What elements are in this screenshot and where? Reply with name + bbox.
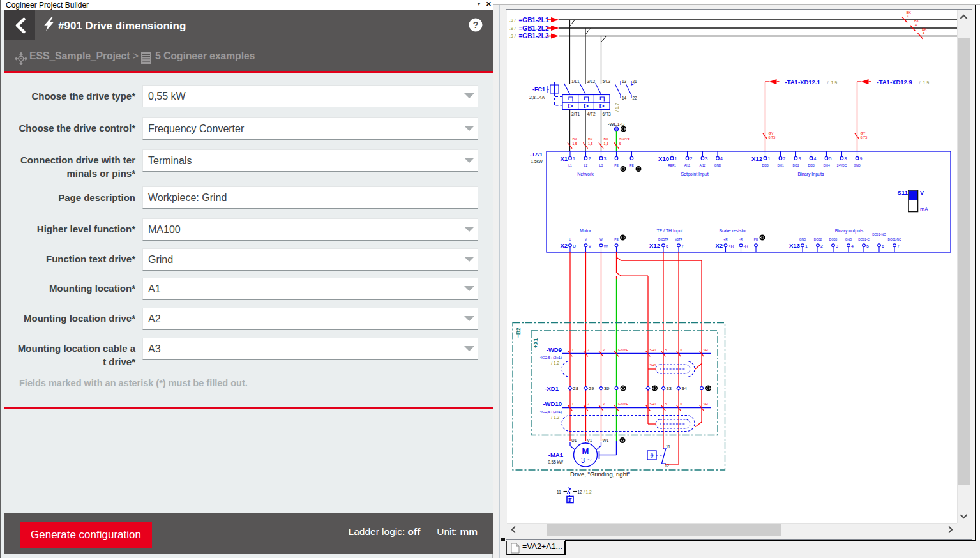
svg-text:1: 1	[572, 348, 574, 352]
svg-text:1: 1	[768, 156, 771, 161]
svg-text:8: 8	[845, 156, 847, 161]
svg-text:X12: X12	[649, 242, 660, 249]
svg-text:0,55 kW: 0,55 kW	[548, 460, 564, 464]
svg-text:6: 6	[681, 402, 682, 406]
svg-text:0,75: 0,75	[861, 135, 868, 139]
svg-text:BK: BK	[573, 137, 578, 141]
svg-text:U: U	[569, 238, 571, 241]
svg-text:4: 4	[814, 156, 817, 161]
svg-text:Drive, "Grinding, right": Drive, "Grinding, right"	[570, 471, 630, 478]
svg-text:AI12: AI12	[700, 164, 706, 167]
svg-text:6: 6	[619, 142, 621, 146]
svg-text:1.9: 1.9	[923, 80, 930, 85]
svg-text:1: 1	[675, 156, 677, 161]
svg-text:I>: I>	[599, 103, 605, 109]
svg-text:=GB1-2L2: =GB1-2L2	[519, 25, 549, 32]
svg-text:DI00: DI00	[762, 164, 768, 167]
svg-text:W1: W1	[603, 438, 609, 442]
svg-text:1: 1	[573, 156, 575, 161]
svg-text:3: 3	[603, 348, 605, 352]
svg-text:GN/YE: GN/YE	[618, 348, 629, 352]
svg-text:PE: PE	[614, 238, 618, 241]
svg-text:/: /	[827, 80, 829, 85]
svg-text:-R: -R	[739, 238, 743, 241]
svg-text:-MA1: -MA1	[548, 451, 564, 458]
svg-text:?: ?	[473, 20, 479, 30]
svg-text:-TA1-XD12.9: -TA1-XD12.9	[877, 79, 912, 86]
svg-text:11: 11	[666, 444, 670, 449]
svg-text:2: 2	[820, 244, 823, 248]
svg-text:=GB1-2L3: =GB1-2L3	[519, 33, 549, 40]
svg-text:.9 /: .9 /	[509, 26, 516, 31]
svg-text:Binary outputs: Binary outputs	[835, 229, 864, 234]
svg-text:DO02: DO02	[814, 238, 822, 241]
svg-text:4: 4	[851, 244, 854, 248]
svg-text:W: W	[599, 238, 603, 241]
svg-text:PE: PE	[614, 164, 618, 167]
svg-text:L2: L2	[584, 164, 588, 167]
svg-text:U1: U1	[571, 438, 577, 442]
svg-text:SH1: SH1	[650, 363, 656, 367]
svg-text:3: 3	[705, 156, 708, 161]
svg-text:2: 2	[690, 156, 693, 161]
svg-text:DO01-NC: DO01-NC	[887, 238, 901, 241]
svg-text:5: 5	[665, 348, 667, 352]
svg-text:=GB1-2L1: =GB1-2L1	[519, 17, 549, 24]
svg-text:/ 1.2: / 1.2	[551, 361, 559, 365]
svg-text:+R: +R	[723, 238, 728, 241]
svg-text:Motor: Motor	[580, 229, 592, 233]
svg-text:2,8...4A: 2,8...4A	[529, 95, 545, 100]
svg-text:S11: S11	[898, 189, 908, 196]
svg-text:X10: X10	[658, 155, 669, 162]
svg-text:6: 6	[666, 244, 668, 248]
svg-text:∼: ∼	[586, 456, 592, 464]
svg-text:GY: GY	[769, 132, 774, 135]
svg-text:BK: BK	[604, 137, 609, 141]
svg-text:.9 /: .9 /	[509, 34, 516, 38]
svg-text:1/L1: 1/L1	[571, 79, 580, 84]
svg-text:DI01: DI01	[777, 164, 783, 167]
svg-text:4: 4	[907, 15, 909, 19]
svg-text:M: M	[582, 446, 589, 456]
svg-text:GND: GND	[845, 238, 852, 241]
svg-text:I>: I>	[568, 103, 573, 109]
svg-text:5: 5	[829, 156, 832, 161]
svg-text:5: 5	[665, 402, 667, 406]
svg-text:5: 5	[866, 244, 869, 248]
svg-text:GN/YE: GN/YE	[619, 137, 630, 141]
svg-text:GND: GND	[714, 164, 721, 167]
svg-text:34: 34	[682, 386, 687, 391]
svg-text:SH: SH	[704, 402, 708, 406]
svg-text:4: 4	[720, 156, 723, 161]
svg-text:SH1: SH1	[650, 402, 656, 406]
svg-text:-WD9: -WD9	[547, 346, 562, 353]
svg-text:/ 1.7: / 1.7	[615, 103, 619, 112]
svg-text:GND: GND	[854, 164, 861, 167]
svg-text:BK: BK	[588, 137, 593, 141]
svg-text:-WD10: -WD10	[543, 400, 562, 407]
svg-text:SH: SH	[704, 348, 708, 352]
svg-text:DI03: DI03	[808, 164, 814, 167]
svg-text:GN/YE: GN/YE	[618, 402, 629, 406]
svg-text:DI02: DI02	[792, 164, 799, 167]
svg-text:3/L2: 3/L2	[587, 79, 596, 84]
svg-text:PE: PE	[629, 164, 633, 167]
svg-text:24VDC: 24VDC	[837, 164, 847, 167]
svg-text:3: 3	[604, 156, 607, 161]
svg-text:3: 3	[836, 244, 838, 248]
svg-text:/: /	[919, 80, 921, 85]
svg-text:2: 2	[589, 156, 591, 161]
svg-text:X2: X2	[560, 242, 568, 249]
svg-text:mA: mA	[920, 206, 928, 213]
svg-text:Network: Network	[577, 172, 594, 176]
svg-text:2: 2	[587, 402, 589, 406]
svg-text:4/T2: 4/T2	[587, 112, 596, 116]
svg-text:Brake resistor: Brake resistor	[719, 229, 747, 233]
svg-text:33: 33	[667, 386, 672, 391]
svg-text:V: V	[589, 244, 592, 248]
svg-text:1: 1	[572, 402, 574, 406]
svg-text:6/T3: 6/T3	[603, 112, 611, 116]
svg-text:U: U	[573, 244, 576, 248]
svg-text:3: 3	[603, 402, 605, 406]
svg-text:1,5: 1,5	[573, 142, 578, 146]
